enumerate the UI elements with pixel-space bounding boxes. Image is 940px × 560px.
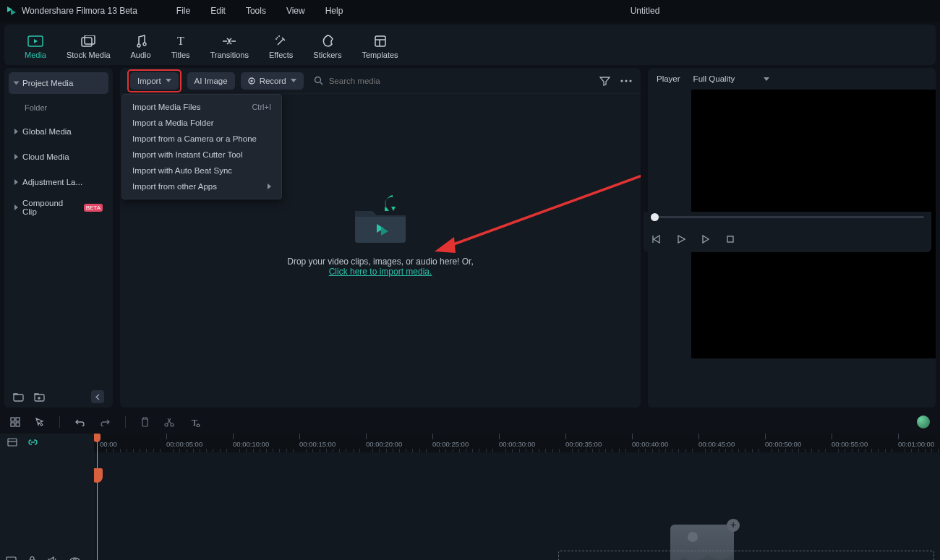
ribbon-tabs: Media Stock Media Audio T Titles Transit… [4, 25, 936, 65]
delete-icon[interactable] [140, 417, 150, 427]
text-tool-icon[interactable]: T [189, 417, 200, 427]
sidebar-item-global-media[interactable]: Global Media [9, 121, 108, 142]
tab-titles[interactable]: T Titles [171, 33, 190, 61]
svg-point-17 [625, 79, 627, 82]
menu-view[interactable]: View [276, 0, 315, 22]
chevron-down-icon [166, 79, 171, 82]
tab-templates[interactable]: Templates [362, 33, 398, 61]
sidebar-item-compound-clip[interactable]: Compound Clip BETA [9, 197, 108, 218]
menu-help[interactable]: Help [315, 0, 354, 22]
redo-icon[interactable] [100, 418, 111, 426]
collapse-sidebar-button[interactable] [91, 390, 104, 403]
svg-rect-29 [11, 418, 14, 421]
chevron-down-icon [291, 79, 296, 82]
undo-icon[interactable] [74, 418, 85, 426]
timeline-apps-icon[interactable] [10, 417, 20, 427]
search-icon [314, 76, 323, 85]
tab-transitions[interactable]: Transitions [210, 33, 249, 61]
track-mute-icon[interactable] [48, 556, 58, 560]
sidebar-item-adjustment-layer[interactable]: Adjustment La... [9, 171, 108, 193]
import-from-other-apps[interactable]: Import from other Apps [122, 178, 281, 194]
player-progress[interactable] [651, 216, 924, 218]
timeline-body[interactable]: 00:0000:00:05:0000:00:10:0000:00:15:0000… [94, 434, 940, 560]
sidebar-subitem-folder[interactable]: Folder [9, 98, 108, 118]
player-stop-button[interactable] [725, 233, 736, 245]
tab-stickers[interactable]: Stickers [313, 33, 341, 61]
sidebar-item-label: Compound Clip [22, 199, 77, 216]
split-icon[interactable] [164, 417, 174, 427]
timeline-drop-target[interactable] [558, 551, 934, 560]
document-title[interactable]: Untitled [573, 6, 717, 16]
new-folder-icon[interactable] [34, 392, 45, 402]
sidebar-item-project-media[interactable]: Project Media [9, 72, 108, 94]
tab-effects[interactable]: Effects [269, 33, 293, 61]
svg-point-18 [629, 79, 631, 82]
playhead-top-handle[interactable] [94, 434, 101, 442]
svg-point-13 [250, 79, 252, 82]
import-from-other-apps-label: Import from other Apps [132, 182, 217, 191]
stickers-icon [320, 33, 336, 49]
timeline-placeholder-clip[interactable]: + [670, 525, 734, 560]
track-lock-icon[interactable] [28, 556, 36, 560]
more-icon[interactable] [620, 79, 632, 82]
menu-tools[interactable]: Tools [236, 0, 276, 22]
timeline-tracks[interactable]: + [94, 452, 940, 560]
svg-marker-27 [703, 236, 709, 243]
svg-rect-5 [85, 35, 95, 44]
track-visibility-icon[interactable] [69, 556, 80, 560]
chevron-right-icon [14, 129, 18, 134]
ai-assistant-icon[interactable] [917, 415, 930, 428]
svg-rect-7 [375, 36, 385, 46]
ruler-mark: 00:00:35:00 [565, 434, 602, 448]
add-clip-icon[interactable]: + [727, 519, 740, 532]
dropzone-import-link[interactable]: Click here to import media. [329, 267, 432, 277]
stock-media-icon [80, 33, 96, 49]
import-auto-beat-sync[interactable]: Import with Auto Beat Sync [122, 163, 281, 178]
import-button-label: Import [137, 77, 161, 85]
templates-icon [372, 33, 388, 49]
tab-stock-label: Stock Media [67, 51, 111, 59]
tab-titles-label: Titles [171, 51, 190, 59]
playhead-handle[interactable] [94, 468, 103, 483]
player-play-button[interactable] [675, 233, 687, 245]
timeline-select-tool-icon[interactable] [35, 417, 45, 427]
new-bin-icon[interactable] [13, 392, 24, 402]
timeline-ruler[interactable]: 00:0000:00:05:0000:00:10:0000:00:15:0000… [94, 434, 940, 452]
filter-icon[interactable] [599, 76, 610, 86]
chevron-right-icon [14, 154, 18, 160]
player-quality-select[interactable]: Full Quality [693, 74, 770, 83]
import-from-device[interactable]: Import from a Camera or a Phone [122, 131, 281, 147]
tab-audio[interactable]: Audio [131, 33, 151, 61]
timeline-link-icon[interactable] [27, 438, 38, 447]
tab-stock-media[interactable]: Stock Media [67, 33, 111, 61]
player-header: Player Full Quality [648, 68, 936, 90]
timeline-layout-icon[interactable] [7, 438, 17, 447]
import-media-files[interactable]: Import Media Files Ctrl+I [122, 99, 281, 115]
chevron-down-icon [764, 77, 769, 81]
media-panel: Import AI Image Record [120, 68, 641, 408]
player-next-frame-button[interactable] [700, 233, 712, 245]
menu-file[interactable]: File [166, 0, 200, 22]
record-button[interactable]: Record [241, 72, 304, 90]
sidebar-item-cloud-media[interactable]: Cloud Media [9, 146, 108, 168]
svg-marker-26 [678, 236, 685, 243]
import-button[interactable]: Import [130, 72, 179, 90]
ruler-mark: 00:00:25:00 [432, 434, 469, 448]
record-label: Record [260, 77, 286, 85]
search-input[interactable] [328, 76, 458, 86]
ruler-mark: 00:00:05:00 [166, 434, 202, 448]
track-thumbnail-icon[interactable]: 1 [6, 556, 17, 560]
player-tab-label[interactable]: Player [657, 74, 680, 83]
player-progress-handle[interactable] [651, 213, 659, 221]
svg-marker-21 [391, 207, 396, 211]
menu-edit[interactable]: Edit [200, 0, 236, 22]
ai-image-button[interactable]: AI Image [187, 72, 235, 90]
search-field[interactable] [309, 76, 594, 86]
import-instant-cutter[interactable]: Import with Instant Cutter Tool [122, 147, 281, 163]
dropzone-folder-icon [348, 191, 413, 245]
tab-media[interactable]: Media [25, 33, 46, 61]
svg-point-14 [315, 77, 320, 83]
timeline-playhead[interactable] [97, 434, 98, 560]
import-media-folder[interactable]: Import a Media Folder [122, 115, 281, 131]
player-prev-frame-button[interactable] [651, 233, 662, 245]
